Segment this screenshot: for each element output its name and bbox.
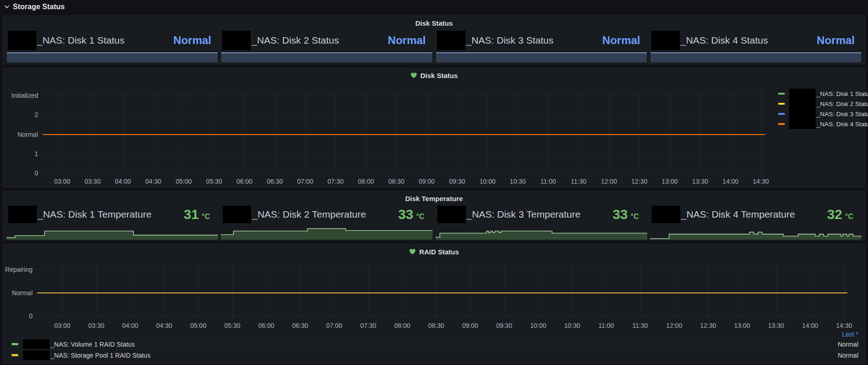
legend-item[interactable]: _NAS: Disk 2 Status (778, 99, 868, 109)
temperature-unit: °C (631, 213, 639, 221)
x-axis: 03:0003:3004:0004:3005:0005:3006:0006:30… (43, 178, 765, 186)
x-tick-label: 08:00 (394, 322, 410, 329)
panel-title[interactable]: Disk Status (3, 16, 865, 30)
grid-line-v (674, 262, 675, 319)
grid-line-v (123, 90, 123, 174)
x-tick-label: 03:00 (54, 322, 70, 329)
y-tick-label: Repairing (5, 266, 33, 273)
panel-title-text: Disk Status (420, 72, 458, 79)
temperature-unit: °C (202, 213, 210, 221)
chart-plot-area[interactable] (43, 90, 765, 174)
stat-bar-gauge (436, 52, 647, 62)
panel-title-text: RAID Status (419, 248, 459, 256)
redacted-text (23, 350, 50, 360)
x-tick-label: 12:00 (666, 322, 682, 329)
x-tick-label: 03:00 (54, 178, 70, 185)
x-tick-label: 08:00 (358, 178, 374, 185)
panel-title[interactable]: Disk Temperature (3, 191, 865, 205)
x-tick-label: 09:00 (462, 322, 478, 329)
sparkline-chart (6, 225, 218, 240)
panel-title[interactable]: Disk Status (3, 68, 865, 82)
temperature-number: 32 (827, 207, 842, 222)
legend-label: _NAS: Volume 1 RAID Status (50, 341, 135, 348)
stat-bar-gauge (221, 52, 432, 62)
grid-line-v (62, 262, 63, 319)
y-tick-label: Initialized (11, 92, 38, 99)
x-tick-label: 05:30 (206, 178, 222, 185)
legend-item[interactable]: _NAS: Volume 1 RAID StatusNormal (8, 338, 860, 349)
legend-item[interactable]: _NAS: Disk 4 Status (778, 119, 868, 129)
x-tick-label: 10:00 (479, 178, 495, 185)
x-tick-label: 04:30 (156, 322, 172, 329)
x-tick-label: 09:00 (419, 178, 435, 185)
grid-line-v (334, 262, 335, 319)
stat-label: _NAS: Disk 1 Temperature (38, 209, 151, 220)
legend-swatch (778, 103, 785, 105)
stat-value: Normal (817, 34, 860, 47)
legend-swatch (778, 93, 785, 95)
grid-line-v (640, 262, 641, 319)
sparkline-chart (221, 225, 432, 240)
legend-sort-last[interactable]: Last * (8, 330, 860, 338)
x-tick-label: 12:30 (700, 322, 716, 329)
grid-line-v (184, 90, 184, 174)
x-tick-label: 11:30 (633, 322, 648, 329)
stat-label: _NAS: Disk 3 Temperature (467, 209, 581, 220)
disk-status-stat: _NAS: Disk 2 StatusNormal (219, 29, 434, 64)
stat-label: _NAS: Disk 4 Temperature (681, 209, 795, 220)
legend-item[interactable]: _NAS: Storage Pool 1 RAID StatusNormal (8, 349, 860, 360)
x-tick-label: 13:00 (661, 178, 678, 185)
legend-item[interactable]: _NAS: Disk 3 Status (778, 109, 868, 119)
legend-swatch (11, 354, 18, 356)
grid-line-h (43, 115, 765, 115)
grid-line-v (487, 90, 488, 174)
grid-line-v (402, 262, 403, 319)
x-tick-label: 14:00 (802, 322, 818, 329)
x-tick-label: 04:00 (122, 322, 138, 329)
stat-label: _NAS: Disk 2 Status (252, 35, 339, 46)
grid-line-v (436, 262, 437, 319)
stat-value: 33°C (612, 207, 644, 222)
x-tick-label: 14:00 (722, 178, 739, 185)
grid-line-h (37, 316, 847, 316)
stat-label: _NAS: Disk 3 Status (466, 35, 554, 46)
redacted-text (8, 31, 36, 50)
chart-plot-area[interactable] (37, 262, 847, 319)
x-tick-label: 07:30 (360, 322, 376, 329)
x-tick-label: 08:30 (388, 178, 404, 185)
x-tick-label: 12:30 (631, 178, 647, 185)
redacted-text (789, 89, 816, 99)
sparkline-chart (436, 225, 647, 240)
stat-label: _NAS: Disk 2 Temperature (252, 209, 366, 220)
temperature-number: 33 (612, 207, 627, 222)
x-tick-label: 10:30 (510, 178, 526, 185)
grid-line-v (730, 90, 731, 174)
disk-status-stat: _NAS: Disk 4 StatusNormal (649, 29, 863, 64)
grid-line-v (153, 90, 154, 174)
x-tick-label: 06:30 (267, 178, 283, 185)
panel-raid-status: RAID Status RepairingNormal0 03:0003:300… (3, 244, 865, 364)
grid-line-v (457, 90, 458, 174)
legend-swatch (778, 113, 785, 115)
disk-temperature-stat: _NAS: Disk 2 Temperature33°C (220, 205, 433, 240)
chart-legend: _NAS: Disk 1 Status_NAS: Disk 2 Status_N… (778, 89, 868, 129)
x-tick-label: 14:30 (753, 178, 769, 185)
x-tick-label: 06:00 (236, 178, 252, 185)
x-tick-label: 05:30 (224, 322, 240, 329)
x-tick-label: 12:00 (601, 178, 617, 185)
series-line (43, 134, 765, 135)
grid-line-h (43, 95, 765, 96)
panel-title[interactable]: RAID Status (3, 245, 865, 258)
redacted-text (23, 339, 50, 349)
grid-line-v (639, 90, 640, 174)
grid-line-v (761, 90, 762, 174)
temperature-unit: °C (416, 213, 425, 221)
chart-legend: Last * _NAS: Volume 1 RAID StatusNormal_… (8, 330, 860, 360)
y-tick-label: 0 (29, 312, 33, 320)
legend-item[interactable]: _NAS: Disk 1 Status (778, 89, 868, 99)
y-axis: RepairingNormal0 (3, 262, 33, 319)
chevron-down-icon (4, 4, 10, 10)
grid-line-v (504, 262, 504, 319)
row-storage-status[interactable]: Storage Status (4, 1, 65, 13)
grid-line-v (214, 90, 214, 174)
